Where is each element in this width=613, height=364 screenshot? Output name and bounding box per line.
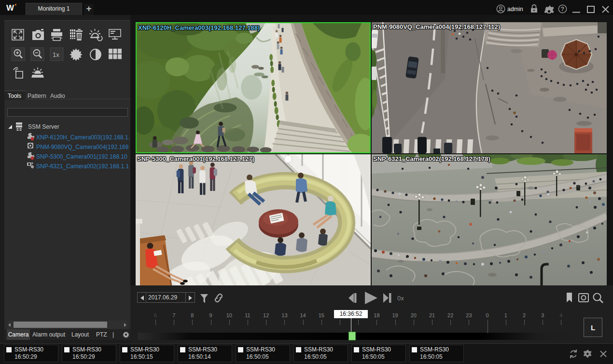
svg-text:1x: 1x [53,51,59,58]
svg-text:0x: 0x [397,295,404,302]
svg-text:?: ? [561,6,565,13]
svg-text:W: W [6,3,14,12]
